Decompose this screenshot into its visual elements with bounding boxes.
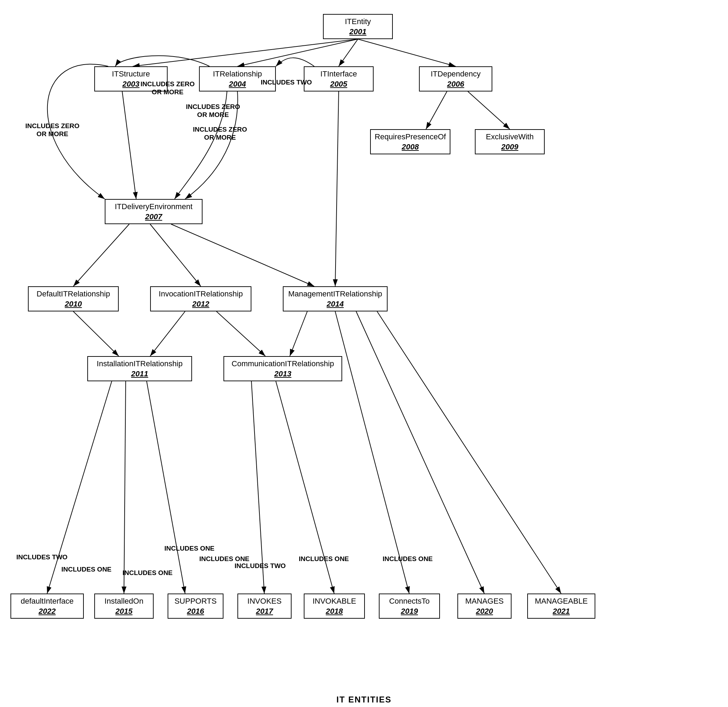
label-includes-one-6: INCLUDES ONE xyxy=(381,555,435,563)
label-includes-one-1: INCLUDES ONE xyxy=(59,566,114,574)
svg-line-4 xyxy=(426,91,447,129)
svg-line-16 xyxy=(124,381,126,593)
node-itdeliveryenvironment: ITDeliveryEnvironment 2007 xyxy=(105,199,202,224)
svg-line-21 xyxy=(356,312,484,593)
node-connectsto: ConnectsTo 2019 xyxy=(379,593,440,619)
node-manages: MANAGES 2020 xyxy=(457,593,511,619)
label-includes-zero-or-more-4: INCLUDES ZEROOR MORE xyxy=(189,126,251,142)
node-requirespresenceof: RequiresPresenceOf 2008 xyxy=(370,129,451,154)
node-defaultinterface: defaultInterface 2022 xyxy=(10,593,84,619)
svg-line-14 xyxy=(290,312,307,356)
node-managementitrelationship: ManagementITRelationship 2014 xyxy=(283,286,387,312)
node-invokes: INVOKES 2017 xyxy=(237,593,292,619)
svg-line-9 xyxy=(335,91,339,286)
label-includes-zero-or-more-3: INCLUDES ZEROOR MORE xyxy=(182,103,244,119)
label-includes-two-1: INCLUDES TWO xyxy=(259,79,314,87)
label-includes-one-2: INCLUDES ONE xyxy=(120,569,175,577)
node-invocationitrelationship: InvocationITRelationship 2012 xyxy=(150,286,251,312)
arrows-svg xyxy=(0,0,728,691)
svg-line-12 xyxy=(150,312,185,356)
node-invokable: INVOKABLE 2018 xyxy=(304,593,365,619)
diagram-container: ITEntity 2001 ITStructure 2003 ITRelatio… xyxy=(0,0,728,691)
svg-line-13 xyxy=(217,312,265,356)
svg-line-1 xyxy=(237,39,358,66)
node-itdependency: ITDependency 2006 xyxy=(419,66,492,91)
label-includes-two-2: INCLUDES TWO xyxy=(14,553,70,561)
svg-line-11 xyxy=(73,312,119,356)
svg-line-20 xyxy=(335,312,409,593)
diagram-caption: IT ENTITIES xyxy=(0,695,728,704)
label-includes-two-3: INCLUDES TWO xyxy=(232,562,288,570)
label-includes-zero-or-more-1: INCLUDES ZEROOR MORE xyxy=(19,122,85,138)
node-itentity: ITEntity 2001 xyxy=(323,14,393,39)
label-includes-zero-or-more-2: INCLUDES ZEROOR MORE xyxy=(136,80,199,97)
label-includes-one-5: INCLUDES ONE xyxy=(297,555,351,563)
svg-line-3 xyxy=(358,39,456,66)
node-installationitrelationship: InstallationITRelationship 2011 xyxy=(87,356,192,381)
svg-line-0 xyxy=(133,39,358,66)
svg-line-15 xyxy=(47,381,112,593)
svg-line-5 xyxy=(468,91,510,129)
node-supports: SUPPORTS 2016 xyxy=(168,593,224,619)
svg-line-6 xyxy=(122,91,136,199)
svg-line-18 xyxy=(251,381,264,593)
svg-line-2 xyxy=(339,39,358,66)
label-includes-one-3: INCLUDES ONE xyxy=(162,545,217,553)
svg-line-17 xyxy=(147,381,185,593)
node-defaultitrelationship: DefaultITRelationship 2010 xyxy=(28,286,119,312)
node-manageable: MANAGEABLE 2021 xyxy=(527,593,595,619)
node-exclusivewith: ExclusiveWith 2009 xyxy=(475,129,545,154)
svg-line-22 xyxy=(377,312,561,593)
node-itinterface: ITInterface 2005 xyxy=(304,66,374,91)
node-communicationitrelationship: CommunicationITRelationship 2013 xyxy=(224,356,342,381)
svg-line-7 xyxy=(73,224,129,286)
svg-line-10 xyxy=(171,224,314,286)
node-installedon: InstalledOn 2015 xyxy=(94,593,154,619)
svg-line-8 xyxy=(150,224,201,286)
